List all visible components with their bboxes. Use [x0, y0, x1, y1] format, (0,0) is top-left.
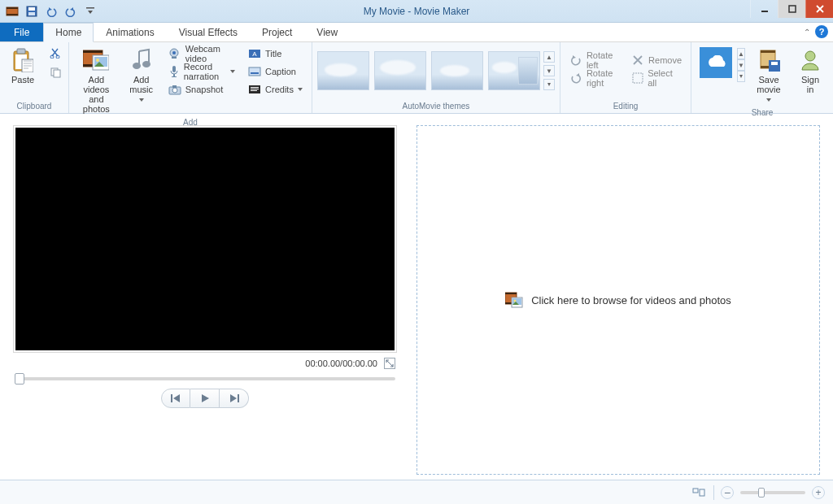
gallery-down[interactable]: ▼ [543, 65, 555, 76]
qat-customize-button[interactable] [81, 3, 99, 20]
add-mini-col-1: Webcam video Record narration Snapshot [164, 45, 239, 98]
titlebar: My Movie - Movie Maker [0, 0, 833, 23]
content-area: 00:00.00/00:00.00 Click here to browse f… [0, 114, 833, 480]
theme-thumb-4[interactable] [488, 51, 540, 90]
credits-label: Credits [265, 85, 294, 94]
thumbnail-size-button[interactable] [691, 484, 707, 501]
ribbon-collapse-button[interactable]: ⌃ [804, 28, 810, 37]
add-music-button[interactable]: Add music [124, 45, 159, 106]
share-more[interactable]: ▾ [737, 71, 745, 82]
caption-button[interactable]: Caption [244, 63, 307, 80]
skydrive-button[interactable] [696, 45, 735, 82]
svg-rect-52 [505, 293, 517, 294]
add-videos-photos-label: Add videos and photos [78, 75, 115, 114]
group-automovie-label: AutoMovie themes [317, 100, 555, 113]
storyboard-dropzone[interactable]: Click here to browse for videos and phot… [416, 125, 820, 475]
remove-icon [631, 54, 644, 67]
qat-undo-button[interactable] [42, 3, 60, 20]
svg-rect-57 [693, 489, 698, 493]
svg-point-26 [172, 51, 176, 54]
theme-thumb-2[interactable] [374, 51, 426, 90]
window-controls [750, 0, 833, 22]
credits-button[interactable]: Credits [244, 80, 307, 98]
record-narration-button[interactable]: Record narration [164, 63, 239, 80]
credits-icon [248, 83, 261, 96]
rotate-right-label: Rotate right [587, 68, 615, 88]
seek-thumb[interactable] [15, 373, 24, 385]
window-title: My Movie - Movie Maker [0, 6, 833, 17]
select-all-label: Select all [648, 68, 682, 88]
svg-rect-29 [173, 74, 175, 76]
maximize-button[interactable] [778, 0, 805, 18]
fullscreen-button[interactable] [384, 358, 395, 369]
tab-animations[interactable]: Animations [94, 23, 166, 41]
app-icon[interactable] [3, 3, 21, 20]
svg-rect-10 [17, 49, 25, 54]
svg-rect-28 [172, 66, 176, 72]
rotate-left-button[interactable]: Rotate left [565, 51, 619, 69]
camera-icon [168, 83, 181, 96]
gallery-more[interactable]: ▾ [543, 79, 555, 90]
zoom-thumb[interactable] [758, 488, 765, 497]
rotate-left-icon [569, 54, 582, 67]
tab-home[interactable]: Home [43, 23, 94, 42]
group-clipboard: Paste Clipboard [0, 42, 69, 113]
group-automovie: ▲ ▼ ▾ AutoMovie themes [312, 42, 560, 113]
snapshot-button[interactable]: Snapshot [164, 80, 239, 98]
select-all-button[interactable]: Select all [627, 69, 686, 87]
title-icon: A [248, 47, 261, 60]
prev-frame-button[interactable] [161, 389, 190, 408]
tab-project[interactable]: Project [250, 23, 304, 41]
ribbon-tabs: File Home Animations Visual Effects Proj… [0, 23, 833, 42]
title-label: Title [265, 49, 281, 59]
svg-rect-49 [171, 394, 172, 402]
ribbon: Paste Clipboard Add videos and photos Ad… [0, 42, 833, 114]
tab-file[interactable]: File [0, 23, 43, 41]
svg-text:A: A [252, 50, 257, 58]
caption-label: Caption [265, 67, 296, 76]
paste-button[interactable]: Paste [5, 45, 41, 87]
select-all-icon [631, 72, 643, 85]
user-icon [797, 47, 823, 73]
minimize-button[interactable] [750, 0, 778, 18]
group-editing: Rotate left Rotate right Remove Select a… [560, 42, 691, 113]
save-movie-button[interactable]: Save movie [750, 45, 787, 106]
share-up[interactable]: ▲ [737, 48, 745, 59]
svg-rect-7 [761, 11, 768, 12]
svg-rect-5 [28, 12, 35, 15]
play-button[interactable] [190, 389, 220, 408]
theme-thumb-1[interactable] [317, 51, 369, 90]
sign-in-button[interactable]: Sign in [792, 45, 828, 97]
rotate-right-button[interactable]: Rotate right [565, 69, 619, 87]
tab-view[interactable]: View [304, 23, 350, 41]
music-note-icon [129, 47, 155, 73]
zoom-in-button[interactable]: + [812, 486, 825, 499]
svg-point-48 [805, 51, 815, 61]
close-button[interactable] [805, 0, 833, 18]
help-button[interactable]: ? [815, 25, 828, 38]
next-frame-button[interactable] [220, 389, 249, 408]
add-videos-photos-button[interactable]: Add videos and photos [74, 45, 119, 116]
theme-thumb-3[interactable] [431, 51, 483, 90]
remove-button[interactable]: Remove [627, 51, 686, 69]
preview-meta: 00:00.00/00:00.00 [13, 353, 397, 372]
zoom-slider[interactable] [740, 491, 805, 494]
share-down[interactable]: ▼ [737, 59, 745, 71]
copy-button[interactable] [47, 64, 63, 80]
storyboard-placeholder-text: Click here to browse for videos and phot… [531, 294, 731, 306]
qat-redo-button[interactable] [62, 3, 80, 20]
svg-rect-27 [172, 57, 177, 59]
webcam-video-button[interactable]: Webcam video [164, 45, 239, 63]
seek-slider[interactable] [15, 377, 395, 380]
title-button[interactable]: A Title [244, 45, 307, 63]
svg-rect-2 [7, 14, 18, 15]
add-mini-col-2: A Title Caption Credits [244, 45, 307, 98]
caption-icon [248, 65, 261, 78]
qat-save-button[interactable] [23, 3, 41, 20]
svg-rect-50 [238, 394, 239, 402]
zoom-out-button[interactable]: − [721, 486, 734, 499]
tab-visual-effects[interactable]: Visual Effects [167, 23, 250, 41]
cut-button[interactable] [47, 45, 63, 61]
gallery-up[interactable]: ▲ [543, 51, 555, 63]
svg-rect-47 [771, 62, 778, 65]
